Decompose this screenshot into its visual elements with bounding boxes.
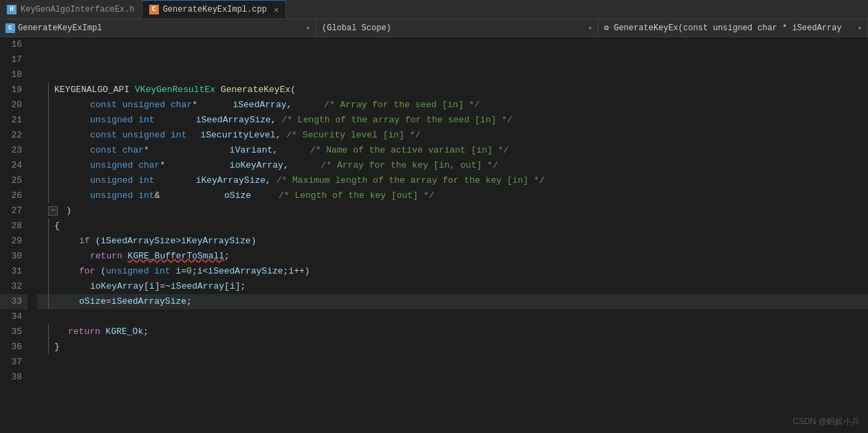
return-val-30: KGRE_BufferToSmall <box>128 249 224 264</box>
code-line-16 <box>37 37 868 52</box>
paren-close-27: ) <box>66 203 72 219</box>
comment-26: /* Length of the key [out] */ <box>279 188 434 203</box>
kw-return-30: return <box>90 249 128 264</box>
code-line-31: for (unsigned int i=0;i<iSeedArraySize;i… <box>37 264 868 279</box>
code-line-22: const unsigned int iSecurityLevel, /* Se… <box>37 128 868 143</box>
code-line-18 <box>37 67 868 82</box>
code-line-17 <box>37 52 868 67</box>
kw-unsigned-31: unsigned <box>106 264 154 279</box>
line-num-36: 36 <box>0 340 28 355</box>
collapse-button-27[interactable]: − <box>48 206 58 216</box>
kw-for: for <box>79 264 100 279</box>
class-dropdown[interactable]: C GenerateKeyExImpl ▾ <box>0 19 316 36</box>
code-line-28: { <box>37 219 868 234</box>
param-ivariant: iVariant <box>230 143 272 158</box>
code-line-21: unsigned int iSeedArraySize, /* Length o… <box>37 113 868 128</box>
line-num-18: 18 <box>0 67 28 82</box>
line-num-20: 20 <box>0 98 28 113</box>
line-num-33: 33 <box>0 294 28 309</box>
code-line-38 <box>37 370 868 385</box>
line-num-17: 17 <box>0 52 28 67</box>
code-line-25: unsigned int iKeyArraySize, /* Maximum l… <box>37 173 868 188</box>
tab-icon-h: H <box>7 5 17 14</box>
code-line-26: unsigned int& oSize /* Length of the key… <box>37 188 868 203</box>
class-dropdown-arrow: ▾ <box>306 24 310 32</box>
tab-generatekeyex[interactable]: C GenerateKeyExImpl.cpp ✕ <box>142 0 286 19</box>
code-line-23: const char* iVariant, /* Name of the act… <box>37 143 868 158</box>
line-num-21: 21 <box>0 113 28 128</box>
code-line-33: oSize=iSeedArraySize; <box>37 294 868 309</box>
line-num-34: 34 <box>0 309 28 324</box>
code-line-35: return KGRE_Ok; <box>37 324 868 340</box>
scope-dropdown-label: (Global Scope) <box>322 23 391 33</box>
param-isecuritylevel: iSecurityLevel <box>200 128 275 143</box>
dropdown-bar: C GenerateKeyExImpl ▾ (Global Scope) ▾ ⚙… <box>0 19 868 37</box>
comment-21: /* Length of the array for the seed [in]… <box>281 113 512 128</box>
cond-iseedarraysize: iSeedArraySize <box>100 234 175 249</box>
line-num-28: 28 <box>0 219 28 234</box>
stmt-iokeyarray: ioKeyArray <box>90 279 144 294</box>
method-dropdown[interactable]: ⚙ GenerateKeyEx(const unsigned char * iS… <box>598 19 868 36</box>
line-num-32: 32 <box>0 279 28 294</box>
line-num-27: 27 <box>0 203 28 219</box>
tab-close-button[interactable]: ✕ <box>274 5 279 15</box>
class-dropdown-label: GenerateKeyExImpl <box>18 23 102 33</box>
code-line-27: − ) <box>37 203 868 219</box>
kw-unsigned-21: unsigned <box>90 113 138 128</box>
kw-unsigned-20: unsigned <box>122 98 171 113</box>
comment-20: /* Array for the seed [in] */ <box>324 98 479 113</box>
kw-if: if <box>79 234 95 249</box>
brace-open-28: { <box>54 219 60 234</box>
param-iseedarraysize: iSeedArraySize <box>196 113 271 128</box>
line-num-19: 19 <box>0 82 28 98</box>
tab-label-1: KeyGenAlgoInterfaceEx.h <box>21 5 135 14</box>
kw-unsigned-24: unsigned <box>90 158 138 173</box>
watermark: CSDN @蚂蚁小兵 <box>792 416 860 428</box>
line-num-29: 29 <box>0 234 28 249</box>
comment-22: /* Security level [in] */ <box>286 128 420 143</box>
tab-bar: H KeyGenAlgoInterfaceEx.h C GenerateKeyE… <box>0 0 868 19</box>
code-content[interactable]: KEYGENALGO_API VKeyGenResultEx GenerateK… <box>34 37 868 433</box>
func-generatekeyex: GenerateKeyEx <box>221 82 290 98</box>
line-num-37: 37 <box>0 355 28 370</box>
cond-ikeyarraysize: iKeyArraySize <box>181 234 250 249</box>
kw-unsigned-26: unsigned <box>90 188 138 203</box>
kw-const-20: const <box>90 98 122 113</box>
tab-keygenalgo[interactable]: H KeyGenAlgoInterfaceEx.h <box>0 0 142 19</box>
kw-unsigned-22: unsigned <box>122 128 171 143</box>
tab-label-2: GenerateKeyExImpl.cpp <box>163 5 267 14</box>
macro-keygenalgo: KEYGENALGO_API <box>54 82 135 98</box>
kw-char-23: char <box>122 143 144 158</box>
line-num-24: 24 <box>0 158 28 173</box>
code-line-36: } <box>37 340 868 355</box>
code-line-30: return KGRE_BufferToSmall; <box>37 249 868 264</box>
kw-int-31: int <box>154 264 175 279</box>
line-num-16: 16 <box>0 37 28 52</box>
line-numbers: 16 17 18 19 20 21 22 23 24 25 26 27 28 2… <box>0 37 34 433</box>
class-icon: C <box>6 23 15 33</box>
paren-open: ( <box>290 82 296 98</box>
return-val-35: KGRE_Ok <box>106 324 144 340</box>
kw-return-35: return <box>68 324 106 340</box>
kw-unsigned-25: unsigned <box>90 173 138 188</box>
line-num-23: 23 <box>0 143 28 158</box>
code-line-34 <box>37 309 868 324</box>
code-line-32: ioKeyArray[i]=~iSeedArray[i]; <box>37 279 868 294</box>
param-ikeyarraysize: iKeyArraySize <box>196 173 265 188</box>
code-line-37 <box>37 355 868 370</box>
kw-int-26: int <box>138 188 154 203</box>
scope-dropdown[interactable]: (Global Scope) ▾ <box>316 19 598 36</box>
line-num-26: 26 <box>0 188 28 203</box>
param-iseedarray: iSeedArray <box>232 98 286 113</box>
method-dropdown-label: ⚙ GenerateKeyEx(const unsigned char * iS… <box>604 23 842 33</box>
code-line-20: const unsigned char* iSeedArray, /* Arra… <box>37 98 868 113</box>
line-num-35: 35 <box>0 324 28 340</box>
stmt-osize: oSize <box>79 294 106 309</box>
line-num-22: 22 <box>0 128 28 143</box>
kw-char-24: char <box>138 158 160 173</box>
kw-const-23: const <box>90 143 122 158</box>
kw-int-22: int <box>171 128 186 143</box>
tab-icon-c: C <box>149 5 159 14</box>
kw-const-22: const <box>90 128 122 143</box>
comment-23: /* Name of the active variant [in] */ <box>310 143 509 158</box>
